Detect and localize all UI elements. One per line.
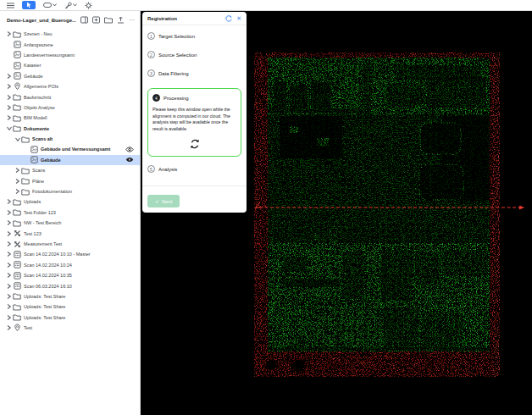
tree-item-label: Scan 14.02.2024 10:35 xyxy=(24,273,72,278)
tree-item-scan-14-02-2024-10-24[interactable]: Scan 14.02.2024 10:24 xyxy=(0,260,140,270)
tree-item-label: Test 123 xyxy=(24,231,42,236)
chevron-right-icon[interactable] xyxy=(5,293,13,300)
chevron-right-icon[interactable] xyxy=(5,241,13,247)
tree-item-uploads-test-share[interactable]: Uploads: Test Share xyxy=(0,302,140,312)
tree-item-scans[interactable]: Scans xyxy=(0,165,140,175)
tree-item-label: BIM Modell xyxy=(24,115,47,120)
tree-item-anfangsszene[interactable]: Anfangsszene xyxy=(0,39,140,49)
tree-item-label: Landesvermessungsamt xyxy=(24,53,75,58)
chevron-right-icon[interactable] xyxy=(5,283,13,290)
tree-item-objekt-analyse[interactable]: Objekt Analyse xyxy=(0,102,140,113)
chevron-right-icon[interactable] xyxy=(5,303,13,310)
scene-tree: Szenen - NeuAnfangsszeneLandesvermessung… xyxy=(0,29,140,333)
tree-item-gebäude-und-vermessungsamt[interactable]: Gebäude und Vermessungsamt xyxy=(0,144,140,154)
registration-panel-footer: ✓ Next xyxy=(142,185,247,213)
upload-icon[interactable] xyxy=(117,16,125,24)
chevron-right-icon[interactable] xyxy=(5,114,13,121)
tree-item-gebäude[interactable]: Gebäude xyxy=(0,155,140,165)
chevron-right-icon[interactable] xyxy=(5,30,13,37)
project-title: Demo-Lager_und_Bueroge... xyxy=(7,18,76,23)
chevron-right-icon[interactable] xyxy=(5,262,13,268)
tree-item-test-folder-123[interactable]: Test Folder 123 xyxy=(0,208,140,218)
chevron-right-icon[interactable] xyxy=(5,251,13,257)
tree-item-fotodokumentation[interactable]: Fotodokumentation xyxy=(0,186,140,196)
chevron-right-icon[interactable] xyxy=(5,198,13,205)
chevron-right-icon[interactable] xyxy=(5,209,13,216)
step-analysis[interactable]: 5 Analysis xyxy=(147,165,241,173)
chevron-right-icon[interactable] xyxy=(14,167,21,174)
step-source-selection[interactable]: 2 Source Selection xyxy=(147,51,241,58)
tree-item-measurement-test[interactable]: Measurement Test xyxy=(0,239,140,249)
registration-steps: 1 Target Selection 2 Source Selection 3 … xyxy=(142,25,247,185)
tree-item-pläne[interactable]: Pläne xyxy=(0,175,140,185)
folder-icon xyxy=(13,93,21,101)
project-sidebar: Demo-Lager_und_Bueroge... ⋯ Szenen - Neu… xyxy=(0,11,141,415)
chevron-right-icon[interactable] xyxy=(14,188,21,195)
tree-item-gebäude[interactable]: Gebäude xyxy=(0,71,140,81)
chevron-right-icon[interactable] xyxy=(5,272,13,279)
folder-icon xyxy=(21,177,30,185)
chevron-right-icon[interactable] xyxy=(5,230,13,237)
chevron-right-icon[interactable] xyxy=(5,324,13,331)
tree-item-scan-14-02-2024-10-10-master[interactable]: Scan 14.02.2024 10:10 - Master xyxy=(0,249,140,259)
folder-icon xyxy=(13,219,21,227)
tree-item-kataster[interactable]: Kataster xyxy=(0,60,140,70)
settings-icon[interactable] xyxy=(85,2,92,9)
tree-item-dokumente[interactable]: Dokumente xyxy=(0,124,140,134)
visibility-eye-icon[interactable] xyxy=(125,157,134,163)
chevron-right-icon[interactable] xyxy=(5,83,13,90)
tree-item-label: Test xyxy=(24,325,32,330)
tree-item-test-123[interactable]: Test 123 xyxy=(0,228,140,238)
tree-item-landesvermessungsamt[interactable]: Landesvermessungsamt xyxy=(0,50,140,60)
tree-item-scan-14-02-2024-10-35[interactable]: Scan 14.02.2024 10:35 xyxy=(0,270,140,280)
tree-item-baufortschritt[interactable]: Baufortschritt xyxy=(0,91,140,102)
next-button[interactable]: ✓ Next xyxy=(147,195,180,208)
chevron-right-icon[interactable] xyxy=(5,73,13,80)
tree-item-uploads[interactable]: Uploads xyxy=(0,196,140,207)
tree-item-scans-alt[interactable]: Scans alt xyxy=(0,134,140,144)
tree-item-test[interactable]: Test xyxy=(0,323,140,333)
tree-item-label: Scan 14.02.2024 10:24 xyxy=(24,263,72,268)
step-number-badge: 2 xyxy=(147,51,155,58)
tree-item-uploads-test-share[interactable]: Uploads: Test Share xyxy=(0,291,140,302)
step-data-filtering[interactable]: 3 Data Filtering xyxy=(147,69,241,77)
chevron-right-icon[interactable] xyxy=(14,178,21,185)
close-icon[interactable]: ✕ xyxy=(236,15,241,21)
step-processing[interactable]: 4 Processing xyxy=(152,94,236,102)
chevron-right-icon[interactable] xyxy=(5,104,13,111)
menu-icon[interactable] xyxy=(7,3,14,8)
folder-icon xyxy=(13,208,21,216)
panel-view-icon[interactable] xyxy=(80,16,88,24)
new-folder-icon[interactable] xyxy=(104,16,113,24)
tree-item-uploads-test-share[interactable]: Uploads: Test Share xyxy=(0,313,140,323)
chevron-right-icon[interactable] xyxy=(5,314,13,321)
folder-icon xyxy=(21,188,30,196)
chevron-down-icon[interactable] xyxy=(5,125,13,131)
folder-icon xyxy=(13,292,21,300)
tree-item-scan-06-03-2024-16-10[interactable]: Scan 06.03.2024 16:10 xyxy=(0,280,140,290)
tree-item-allgemeine-pois[interactable]: Allgemeine POIs xyxy=(0,81,140,91)
folder-icon xyxy=(13,125,21,132)
chevron-right-icon[interactable] xyxy=(5,94,13,101)
visibility-eye-icon[interactable] xyxy=(125,147,134,152)
folder-icon xyxy=(13,198,21,206)
step-number-badge: 1 xyxy=(147,32,155,40)
more-icon[interactable]: ⋯ xyxy=(129,18,135,23)
tree-item-nw-test-bereich[interactable]: NW - Test Bereich xyxy=(0,218,140,228)
scene-icon xyxy=(13,62,21,69)
scene-icon xyxy=(13,41,21,48)
chevron-right-icon[interactable] xyxy=(5,219,13,226)
step-target-selection[interactable]: 1 Target Selection xyxy=(147,32,241,40)
tree-item-label: NW - Test Bereich xyxy=(24,220,61,225)
cursor-tool-button[interactable] xyxy=(22,1,36,9)
refresh-icon[interactable] xyxy=(225,15,232,22)
tag-tool-button[interactable] xyxy=(43,3,57,8)
tree-item-label: Fotodokumentation xyxy=(32,189,72,194)
tree-item-label: Anfangsszene xyxy=(24,42,53,47)
wrench-tool-button[interactable] xyxy=(64,2,77,9)
tree-item-szenen-neu[interactable]: Szenen - Neu xyxy=(0,29,140,39)
scan-icon xyxy=(13,251,21,258)
tree-item-bim-modell[interactable]: BIM Modell xyxy=(0,113,140,123)
add-box-icon[interactable] xyxy=(92,16,100,24)
chevron-down-icon[interactable] xyxy=(14,136,21,142)
